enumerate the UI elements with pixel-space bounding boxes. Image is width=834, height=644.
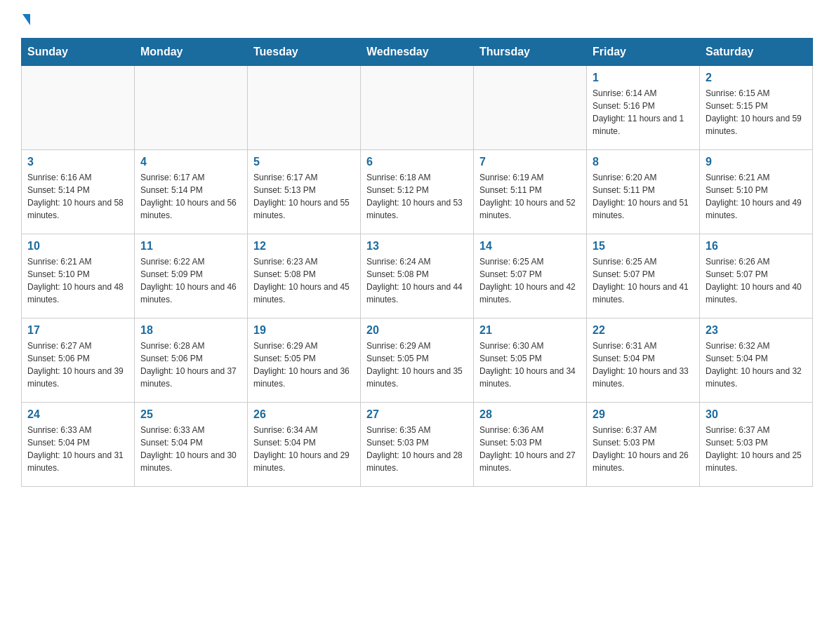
calendar-cell: 27Sunrise: 6:35 AMSunset: 5:03 PMDayligh… — [361, 403, 474, 487]
weekday-header-tuesday: Tuesday — [248, 39, 361, 66]
day-number: 25 — [140, 408, 241, 421]
calendar-cell: 26Sunrise: 6:34 AMSunset: 5:04 PMDayligh… — [248, 403, 361, 487]
day-info: Sunrise: 6:23 AMSunset: 5:08 PMDaylight:… — [253, 255, 355, 306]
weekday-header-wednesday: Wednesday — [361, 39, 474, 66]
calendar-cell: 24Sunrise: 6:33 AMSunset: 5:04 PMDayligh… — [22, 403, 135, 487]
day-number: 6 — [366, 156, 468, 168]
weekday-header-saturday: Saturday — [700, 39, 813, 66]
calendar-cell: 12Sunrise: 6:23 AMSunset: 5:08 PMDayligh… — [248, 234, 361, 318]
day-info: Sunrise: 6:37 AMSunset: 5:03 PMDaylight:… — [593, 424, 694, 474]
day-number: 27 — [366, 408, 468, 421]
calendar-cell: 19Sunrise: 6:29 AMSunset: 5:05 PMDayligh… — [248, 318, 361, 403]
day-number: 20 — [366, 324, 468, 337]
day-info: Sunrise: 6:17 AMSunset: 5:13 PMDaylight:… — [253, 171, 355, 222]
week-row-3: 10Sunrise: 6:21 AMSunset: 5:10 PMDayligh… — [22, 234, 813, 318]
page-header — [21, 14, 813, 24]
calendar-cell: 18Sunrise: 6:28 AMSunset: 5:06 PMDayligh… — [135, 318, 248, 403]
calendar-cell: 6Sunrise: 6:18 AMSunset: 5:12 PMDaylight… — [361, 150, 474, 234]
day-number: 7 — [479, 156, 581, 168]
calendar-cell: 11Sunrise: 6:22 AMSunset: 5:09 PMDayligh… — [135, 234, 248, 318]
calendar-cell: 14Sunrise: 6:25 AMSunset: 5:07 PMDayligh… — [474, 234, 587, 318]
weekday-header-monday: Monday — [135, 39, 248, 66]
calendar-body: 1Sunrise: 6:14 AMSunset: 5:16 PMDaylight… — [22, 66, 813, 487]
day-info: Sunrise: 6:35 AMSunset: 5:03 PMDaylight:… — [366, 424, 468, 474]
calendar-cell — [22, 66, 135, 150]
calendar-cell: 7Sunrise: 6:19 AMSunset: 5:11 PMDaylight… — [474, 150, 587, 234]
day-number: 12 — [253, 240, 355, 253]
day-info: Sunrise: 6:25 AMSunset: 5:07 PMDaylight:… — [593, 255, 694, 306]
calendar-cell: 16Sunrise: 6:26 AMSunset: 5:07 PMDayligh… — [700, 234, 813, 318]
calendar-cell: 5Sunrise: 6:17 AMSunset: 5:13 PMDaylight… — [248, 150, 361, 234]
week-row-1: 1Sunrise: 6:14 AMSunset: 5:16 PMDaylight… — [22, 66, 813, 150]
day-number: 30 — [706, 408, 807, 421]
day-number: 4 — [140, 156, 241, 168]
week-row-5: 24Sunrise: 6:33 AMSunset: 5:04 PMDayligh… — [22, 403, 813, 487]
logo — [21, 14, 30, 24]
week-row-4: 17Sunrise: 6:27 AMSunset: 5:06 PMDayligh… — [22, 318, 813, 403]
day-info: Sunrise: 6:25 AMSunset: 5:07 PMDaylight:… — [479, 255, 581, 306]
calendar-cell — [248, 66, 361, 150]
day-number: 28 — [479, 408, 581, 421]
calendar-cell: 29Sunrise: 6:37 AMSunset: 5:03 PMDayligh… — [587, 403, 700, 487]
day-number: 22 — [593, 324, 694, 337]
day-info: Sunrise: 6:18 AMSunset: 5:12 PMDaylight:… — [366, 171, 468, 222]
calendar-table: SundayMondayTuesdayWednesdayThursdayFrid… — [21, 38, 813, 487]
calendar-cell: 15Sunrise: 6:25 AMSunset: 5:07 PMDayligh… — [587, 234, 700, 318]
day-info: Sunrise: 6:20 AMSunset: 5:11 PMDaylight:… — [593, 171, 694, 222]
calendar-cell: 1Sunrise: 6:14 AMSunset: 5:16 PMDaylight… — [587, 66, 700, 150]
day-number: 18 — [140, 324, 241, 337]
day-info: Sunrise: 6:37 AMSunset: 5:03 PMDaylight:… — [706, 424, 807, 474]
day-number: 13 — [366, 240, 468, 253]
calendar-header: SundayMondayTuesdayWednesdayThursdayFrid… — [22, 39, 813, 66]
day-number: 10 — [27, 240, 128, 253]
calendar-cell: 22Sunrise: 6:31 AMSunset: 5:04 PMDayligh… — [587, 318, 700, 403]
day-number: 3 — [27, 156, 128, 168]
calendar-cell: 17Sunrise: 6:27 AMSunset: 5:06 PMDayligh… — [22, 318, 135, 403]
calendar-cell: 8Sunrise: 6:20 AMSunset: 5:11 PMDaylight… — [587, 150, 700, 234]
calendar-cell — [361, 66, 474, 150]
day-number: 11 — [140, 240, 241, 253]
day-number: 14 — [479, 240, 581, 253]
day-number: 29 — [593, 408, 694, 421]
day-info: Sunrise: 6:27 AMSunset: 5:06 PMDaylight:… — [27, 340, 128, 390]
day-info: Sunrise: 6:14 AMSunset: 5:16 PMDaylight:… — [593, 87, 694, 137]
day-info: Sunrise: 6:21 AMSunset: 5:10 PMDaylight:… — [27, 255, 128, 306]
calendar-cell: 13Sunrise: 6:24 AMSunset: 5:08 PMDayligh… — [361, 234, 474, 318]
week-row-2: 3Sunrise: 6:16 AMSunset: 5:14 PMDaylight… — [22, 150, 813, 234]
day-info: Sunrise: 6:30 AMSunset: 5:05 PMDaylight:… — [479, 340, 581, 390]
day-info: Sunrise: 6:33 AMSunset: 5:04 PMDaylight:… — [27, 424, 128, 474]
day-number: 24 — [27, 408, 128, 421]
day-number: 2 — [706, 72, 807, 84]
calendar-cell: 30Sunrise: 6:37 AMSunset: 5:03 PMDayligh… — [700, 403, 813, 487]
day-info: Sunrise: 6:29 AMSunset: 5:05 PMDaylight:… — [253, 340, 355, 390]
day-info: Sunrise: 6:32 AMSunset: 5:04 PMDaylight:… — [706, 340, 807, 390]
day-number: 15 — [593, 240, 694, 253]
day-info: Sunrise: 6:31 AMSunset: 5:04 PMDaylight:… — [593, 340, 694, 390]
calendar-cell: 4Sunrise: 6:17 AMSunset: 5:14 PMDaylight… — [135, 150, 248, 234]
calendar-cell: 20Sunrise: 6:29 AMSunset: 5:05 PMDayligh… — [361, 318, 474, 403]
day-info: Sunrise: 6:24 AMSunset: 5:08 PMDaylight:… — [366, 255, 468, 306]
calendar-cell: 10Sunrise: 6:21 AMSunset: 5:10 PMDayligh… — [22, 234, 135, 318]
day-info: Sunrise: 6:16 AMSunset: 5:14 PMDaylight:… — [27, 171, 128, 222]
day-number: 23 — [706, 324, 807, 337]
calendar-cell: 28Sunrise: 6:36 AMSunset: 5:03 PMDayligh… — [474, 403, 587, 487]
weekday-header-sunday: Sunday — [22, 39, 135, 66]
calendar-cell: 23Sunrise: 6:32 AMSunset: 5:04 PMDayligh… — [700, 318, 813, 403]
day-info: Sunrise: 6:33 AMSunset: 5:04 PMDaylight:… — [140, 424, 241, 474]
day-info: Sunrise: 6:28 AMSunset: 5:06 PMDaylight:… — [140, 340, 241, 390]
day-info: Sunrise: 6:19 AMSunset: 5:11 PMDaylight:… — [479, 171, 581, 222]
calendar-cell — [474, 66, 587, 150]
day-number: 9 — [706, 156, 807, 168]
calendar-cell: 21Sunrise: 6:30 AMSunset: 5:05 PMDayligh… — [474, 318, 587, 403]
weekday-header-thursday: Thursday — [474, 39, 587, 66]
day-number: 1 — [593, 72, 694, 84]
day-number: 19 — [253, 324, 355, 337]
day-info: Sunrise: 6:36 AMSunset: 5:03 PMDaylight:… — [479, 424, 581, 474]
day-info: Sunrise: 6:15 AMSunset: 5:15 PMDaylight:… — [706, 87, 807, 137]
day-info: Sunrise: 6:26 AMSunset: 5:07 PMDaylight:… — [706, 255, 807, 306]
day-info: Sunrise: 6:21 AMSunset: 5:10 PMDaylight:… — [706, 171, 807, 222]
weekday-header-row: SundayMondayTuesdayWednesdayThursdayFrid… — [22, 39, 813, 66]
day-number: 26 — [253, 408, 355, 421]
calendar-cell: 25Sunrise: 6:33 AMSunset: 5:04 PMDayligh… — [135, 403, 248, 487]
day-number: 21 — [479, 324, 581, 337]
